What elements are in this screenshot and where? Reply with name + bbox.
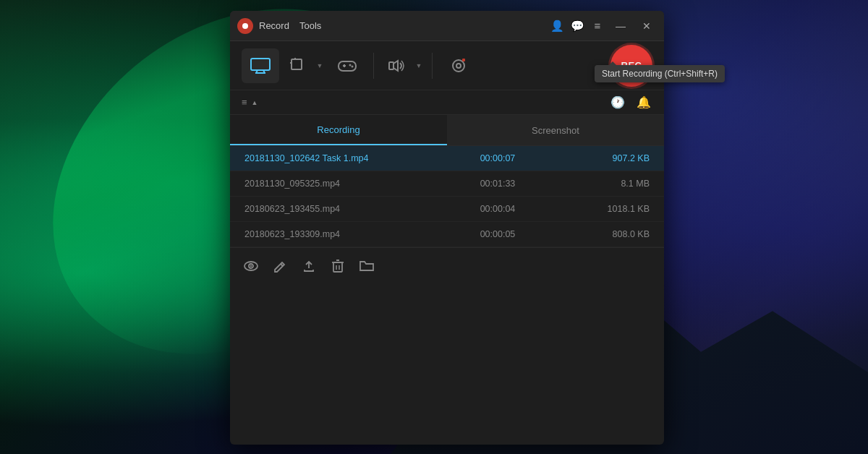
file-duration-2: 00:01:33 xyxy=(447,179,548,189)
minimize-button[interactable]: — xyxy=(610,16,631,36)
rec-label: REC xyxy=(621,60,642,71)
chat-icon[interactable]: 💬 xyxy=(570,20,584,33)
rec-btn-container: REC Start Recording (Ctrl+Shift+R) xyxy=(610,45,652,87)
file-size-4: 808.0 KB xyxy=(548,229,650,239)
file-list: 20181130_102642 Task 1.mp4 00:00:07 907.… xyxy=(230,146,664,247)
crop-icon xyxy=(282,48,314,83)
svg-point-10 xyxy=(349,64,352,66)
svg-point-19 xyxy=(250,265,252,266)
display-button[interactable] xyxy=(242,48,279,83)
folder-button[interactable] xyxy=(357,257,376,275)
upload-button[interactable] xyxy=(299,257,318,275)
svg-rect-12 xyxy=(389,62,393,69)
toolbar: ▼ ▼ xyxy=(230,41,664,90)
list-filter-button[interactable]: ≡ ▲ xyxy=(242,97,258,108)
file-row-4[interactable]: 20180623_193309.mp4 00:00:05 808.0 KB xyxy=(230,222,664,247)
file-row-3[interactable]: 20180623_193455.mp4 00:00:04 1018.1 KB xyxy=(230,197,664,222)
svg-point-14 xyxy=(456,64,461,68)
tab-screenshot[interactable]: Screenshot xyxy=(447,115,664,145)
tabs: Recording Screenshot xyxy=(230,115,664,146)
app-window: Record Tools 👤 💬 ≡ — ✕ xyxy=(230,11,664,445)
close-button[interactable]: ✕ xyxy=(637,16,657,36)
webcam-button[interactable] xyxy=(440,48,477,83)
title-controls: 👤 💬 ≡ — ✕ xyxy=(550,16,657,36)
file-name-4: 20180623_193309.mp4 xyxy=(244,229,447,239)
file-name-3: 20180623_193455.mp4 xyxy=(244,204,447,214)
file-size-2: 8.1 MB xyxy=(548,179,650,189)
audio-button[interactable]: ▼ xyxy=(381,48,425,83)
gamepad-button[interactable] xyxy=(328,48,366,83)
svg-point-13 xyxy=(453,60,464,72)
svg-rect-0 xyxy=(251,59,270,70)
menu-record[interactable]: Record xyxy=(259,20,289,31)
user-icon[interactable]: 👤 xyxy=(550,20,564,33)
bottom-bar xyxy=(230,247,664,283)
sub-toolbar-right: 🕐 🔔 xyxy=(609,94,652,111)
crop-arrow-icon: ▼ xyxy=(314,48,326,83)
file-duration-3: 00:00:04 xyxy=(447,204,548,214)
menu-tools[interactable]: Tools xyxy=(299,20,321,31)
clock-icon[interactable]: 🕐 xyxy=(609,94,626,111)
toolbar-divider-2 xyxy=(432,53,433,79)
svg-point-11 xyxy=(352,65,354,67)
edit-button[interactable] xyxy=(271,257,289,275)
svg-rect-4 xyxy=(292,59,302,69)
file-row-2[interactable]: 20181130_095325.mp4 00:01:33 8.1 MB xyxy=(230,171,664,197)
toolbar-divider-1 xyxy=(373,53,374,79)
file-size-1: 907.2 KB xyxy=(548,153,650,163)
list-arrow-icon: ▲ xyxy=(252,99,258,106)
tab-recording[interactable]: Recording xyxy=(230,115,447,145)
list-icon: ≡ xyxy=(242,97,247,108)
hamburger-icon[interactable]: ≡ xyxy=(590,20,605,32)
rec-button[interactable]: REC xyxy=(610,45,652,87)
file-name-1: 20181130_102642 Task 1.mp4 xyxy=(244,153,447,163)
app-logo-inner xyxy=(242,23,248,29)
svg-rect-21 xyxy=(333,262,342,272)
file-name-2: 20181130_095325.mp4 xyxy=(244,179,447,189)
file-row-1[interactable]: 20181130_102642 Task 1.mp4 00:00:07 907.… xyxy=(230,146,664,171)
preview-button[interactable] xyxy=(242,257,260,275)
svg-line-20 xyxy=(281,264,283,266)
title-bar: Record Tools 👤 💬 ≡ — ✕ xyxy=(230,11,664,41)
app-logo xyxy=(237,18,253,34)
title-menu: Record Tools xyxy=(259,20,550,31)
file-duration-1: 00:00:07 xyxy=(447,153,548,163)
delete-button[interactable] xyxy=(328,257,347,275)
file-duration-4: 00:00:05 xyxy=(447,229,548,239)
audio-icon xyxy=(381,48,413,83)
crop-button[interactable]: ▼ xyxy=(282,48,326,83)
sub-toolbar: ≡ ▲ 🕐 🔔 xyxy=(230,90,664,115)
bell-icon[interactable]: 🔔 xyxy=(635,94,652,111)
file-size-3: 1018.1 KB xyxy=(548,204,650,214)
audio-arrow-icon: ▼ xyxy=(413,48,425,83)
